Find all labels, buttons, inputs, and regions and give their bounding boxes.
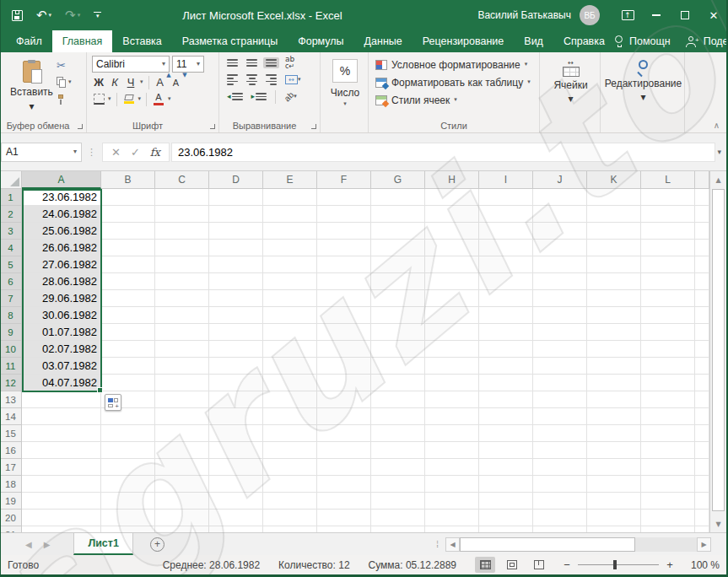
status-mode[interactable]: Готово (8, 559, 39, 571)
cell-E18[interactable] (263, 476, 317, 493)
cell-G1[interactable] (371, 189, 425, 206)
format-as-table-button[interactable]: Форматировать как таблицу ▾ (375, 73, 536, 91)
cell-F12[interactable] (317, 375, 371, 391)
cell-B9[interactable] (101, 324, 155, 341)
cell-K11[interactable] (587, 358, 641, 375)
cell-I16[interactable] (479, 442, 533, 459)
cell-partial-10[interactable] (695, 341, 709, 358)
cell-D18[interactable] (209, 476, 263, 493)
cell-B18[interactable] (101, 476, 155, 493)
cell-F20[interactable] (317, 510, 371, 526)
column-header-L[interactable]: L (641, 171, 695, 189)
cell-L14[interactable] (641, 408, 695, 425)
cell-B12[interactable] (101, 375, 155, 391)
cell-J11[interactable] (533, 358, 587, 375)
cell-B6[interactable] (101, 273, 155, 290)
cell-K13[interactable] (587, 391, 641, 408)
cell-A11[interactable]: 03.07.1982 (22, 358, 101, 375)
cell-G4[interactable] (371, 240, 425, 256)
cell-L17[interactable] (641, 459, 695, 476)
cell-L9[interactable] (641, 324, 695, 341)
cell-I6[interactable] (479, 273, 533, 290)
cell-J13[interactable] (533, 391, 587, 408)
cell-H12[interactable] (425, 375, 479, 391)
cell-C19[interactable] (155, 493, 209, 510)
cell-partial-14[interactable] (695, 408, 709, 425)
cell-D5[interactable] (209, 256, 263, 273)
cell-G12[interactable] (371, 375, 425, 391)
cell-A14[interactable] (22, 408, 101, 425)
fill-color-button[interactable] (122, 92, 136, 106)
cell-styles-button[interactable]: Стили ячеек ▾ (375, 91, 536, 109)
cell-L6[interactable] (641, 273, 695, 290)
cell-partial-1[interactable] (695, 189, 709, 206)
cell-F3[interactable] (317, 223, 371, 240)
row-header-12[interactable]: 12 (0, 375, 22, 391)
cell-F4[interactable] (317, 240, 371, 256)
cell-J17[interactable] (533, 459, 587, 476)
cell-C21[interactable] (155, 526, 209, 532)
horizontal-scrollbar-track[interactable] (460, 537, 697, 552)
cancel-entry-icon[interactable]: ✕ (111, 146, 121, 159)
zoom-slider-track[interactable] (578, 564, 659, 565)
cell-B20[interactable] (101, 510, 155, 526)
cell-E15[interactable] (263, 425, 317, 442)
status-sum[interactable]: Сумма: 05.12.2889 (369, 559, 456, 571)
undo-button[interactable]: ↶▾ (36, 9, 51, 22)
cell-K19[interactable] (587, 493, 641, 510)
normal-view-button[interactable] (475, 557, 495, 573)
alignment-dialog-launcher-icon[interactable] (311, 124, 316, 129)
cell-C15[interactable] (155, 425, 209, 442)
cell-G5[interactable] (371, 256, 425, 273)
borders-button[interactable] (92, 92, 105, 106)
cell-C13[interactable] (155, 391, 209, 408)
cell-I15[interactable] (479, 425, 533, 442)
cell-A17[interactable] (22, 459, 101, 476)
cell-J1[interactable] (533, 189, 587, 206)
cell-H7[interactable] (425, 290, 479, 307)
column-header-A[interactable]: A (22, 171, 101, 189)
tab-данные[interactable]: Данные (354, 30, 413, 52)
cell-D6[interactable] (209, 273, 263, 290)
confirm-entry-icon[interactable]: ✓ (131, 146, 140, 159)
row-header-5[interactable]: 5 (0, 256, 22, 273)
cell-C12[interactable] (155, 375, 209, 391)
cell-C10[interactable] (155, 341, 209, 358)
cell-E11[interactable] (263, 358, 317, 375)
decrease-indent-button[interactable]: ◂ (224, 91, 245, 102)
cell-G3[interactable] (371, 223, 425, 240)
row-header-21[interactable]: 21 (0, 526, 22, 532)
cell-L13[interactable] (641, 391, 695, 408)
format-painter-button[interactable] (57, 93, 72, 105)
cell-B4[interactable] (101, 240, 155, 256)
row-header-20[interactable]: 20 (0, 510, 22, 526)
cell-J21[interactable] (533, 526, 587, 532)
fill-handle[interactable] (97, 387, 103, 393)
font-size-combo[interactable]: 11▾ (172, 56, 204, 73)
cell-B15[interactable] (101, 425, 155, 442)
cell-G7[interactable] (371, 290, 425, 307)
cell-L21[interactable] (641, 526, 695, 532)
cell-L16[interactable] (641, 442, 695, 459)
cell-A1[interactable]: 23.06.1982 (22, 189, 101, 206)
merge-center-button[interactable]: ↔▾ (283, 73, 304, 86)
cell-G6[interactable] (371, 273, 425, 290)
cell-I17[interactable] (479, 459, 533, 476)
cell-J6[interactable] (533, 273, 587, 290)
cell-B16[interactable] (101, 442, 155, 459)
cell-J2[interactable] (533, 206, 587, 223)
cell-K4[interactable] (587, 240, 641, 256)
undo-dropdown-icon[interactable]: ▾ (49, 12, 52, 19)
cell-F19[interactable] (317, 493, 371, 510)
orientation-button[interactable]: ab▾ (282, 90, 299, 103)
cell-E14[interactable] (263, 408, 317, 425)
cell-D8[interactable] (209, 307, 263, 324)
cell-A21[interactable] (22, 526, 101, 532)
cell-partial-15[interactable] (695, 425, 709, 442)
cell-partial-5[interactable] (695, 256, 709, 273)
cell-C1[interactable] (155, 189, 209, 206)
assistant-button[interactable]: Помощн (615, 35, 671, 47)
column-header-I[interactable]: I (479, 171, 533, 189)
font-name-combo[interactable]: Calibri▾ (92, 56, 170, 73)
cell-L5[interactable] (641, 256, 695, 273)
